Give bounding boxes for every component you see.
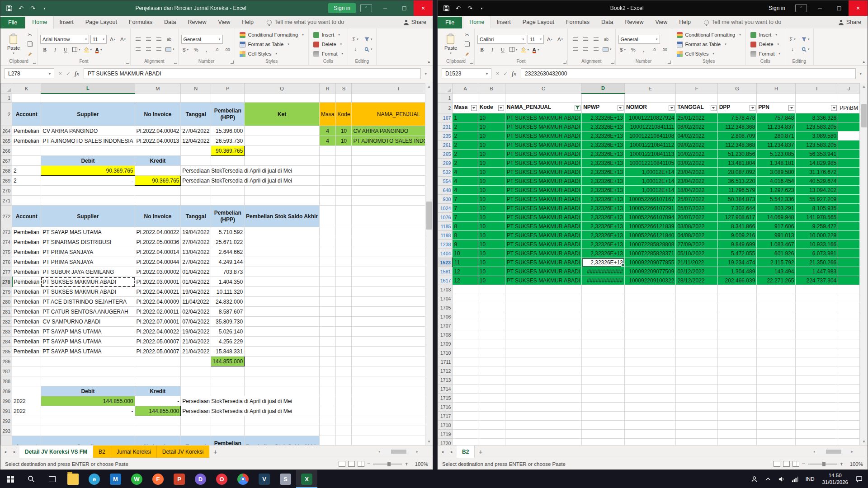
- cell-N291[interactable]: Persediaan StokTersedia di April di jual…: [181, 406, 320, 416]
- cell-F1720[interactable]: [676, 439, 717, 446]
- ribbon-tab-view[interactable]: View: [649, 16, 673, 28]
- cell-I1404[interactable]: 6.073.981: [796, 249, 838, 258]
- cell-P264[interactable]: 15.396.000: [211, 126, 245, 136]
- sheet-tab-detail-jv-koreksi[interactable]: Detail JV Koreksi: [157, 446, 209, 458]
- center-button[interactable]: [144, 45, 153, 54]
- row-header-1710[interactable]: 1710: [438, 348, 453, 357]
- row-header-270[interactable]: 270: [1, 186, 12, 196]
- cell-P283[interactable]: 5.026.140: [211, 327, 245, 337]
- column-header-M[interactable]: M: [135, 84, 181, 94]
- cell-P284[interactable]: 4.256.229: [211, 337, 245, 347]
- cell-A167[interactable]: 1: [453, 113, 478, 122]
- cell-I930[interactable]: 55.927.209: [796, 195, 838, 204]
- cell-T293[interactable]: [352, 426, 425, 436]
- cell-J269[interactable]: [838, 159, 860, 168]
- cell-T276[interactable]: [352, 257, 425, 267]
- cell-M271[interactable]: [135, 196, 181, 206]
- cell-G269[interactable]: 13.481.804: [717, 159, 757, 168]
- cell-P288[interactable]: [211, 376, 245, 386]
- cell-S272[interactable]: [336, 206, 352, 227]
- cell-T277[interactable]: [352, 267, 425, 277]
- cell-B1712[interactable]: [478, 366, 505, 375]
- cell-C261[interactable]: PT SUKSES MAKMUR ABADI: [505, 141, 582, 150]
- cell-K267[interactable]: [12, 156, 41, 166]
- cell-M277[interactable]: PI.2022.03.00002: [135, 267, 181, 277]
- cell-K291[interactable]: 2022: [12, 406, 41, 416]
- cell-H2[interactable]: PPN: [757, 103, 796, 113]
- cell-D1709[interactable]: [582, 339, 625, 348]
- top-align-button[interactable]: [571, 35, 580, 44]
- insert-cells-button[interactable]: Insert▾: [749, 30, 779, 39]
- row-header-272[interactable]: 272: [1, 206, 12, 227]
- cell-P292[interactable]: [211, 416, 245, 426]
- bold-button[interactable]: B: [40, 45, 49, 54]
- cell-G1715[interactable]: [717, 394, 757, 403]
- cell-H1714[interactable]: [757, 385, 796, 394]
- cell-C231[interactable]: PT SUKSES MAKMUR ABADI: [505, 122, 582, 131]
- cell-L266[interactable]: [41, 146, 135, 156]
- sheet-nav-left-icon[interactable]: ◂: [438, 446, 447, 458]
- undo-icon[interactable]: ↶: [18, 5, 24, 12]
- row-header-265[interactable]: 265: [1, 136, 12, 146]
- cell-I265[interactable]: 56.353.941: [796, 150, 838, 159]
- cell-N269[interactable]: Persediaan StokTersedia di April di jual…: [181, 176, 320, 186]
- cell-N268[interactable]: Persediaan StokTersedia di April di jual…: [181, 166, 320, 176]
- format-painter-button[interactable]: [462, 50, 472, 58]
- close-button[interactable]: ×: [414, 0, 433, 16]
- cell-J1185[interactable]: [838, 222, 860, 231]
- cell-C235[interactable]: PT SUKSES MAKMUR ABADI: [505, 131, 582, 141]
- ribbon-tab-insert[interactable]: Insert: [491, 16, 517, 28]
- cell-J554[interactable]: [838, 177, 860, 186]
- cell-K293[interactable]: [12, 426, 41, 436]
- cell-E1714[interactable]: [624, 385, 675, 394]
- cell-L275[interactable]: PT PRIMA SANJAYA: [41, 247, 135, 257]
- cell-A1076[interactable]: 7: [453, 213, 478, 222]
- cell-I231[interactable]: 123.583.205: [796, 122, 838, 131]
- cell-S279[interactable]: [336, 287, 352, 297]
- zoom-in-button[interactable]: +: [840, 460, 843, 467]
- cell-B1713[interactable]: [478, 375, 505, 385]
- name-box-dropdown-icon[interactable]: ▾: [49, 72, 51, 76]
- cell-D1719[interactable]: [582, 430, 625, 439]
- cell-D1404[interactable]: 2,32326E+13: [582, 249, 625, 258]
- cell-Q285[interactable]: [245, 347, 320, 357]
- cell-A1707[interactable]: [453, 321, 478, 330]
- align-right-button[interactable]: [591, 45, 600, 54]
- cell-K275[interactable]: Pembelian: [12, 247, 41, 257]
- cell-H1024[interactable]: 803.291: [757, 204, 796, 213]
- cell-D261[interactable]: 2,32326E+13: [582, 141, 625, 150]
- cell-L272[interactable]: Supplier: [41, 206, 135, 227]
- cell-L291[interactable]: -: [41, 406, 135, 416]
- column-header-K[interactable]: K: [12, 84, 41, 94]
- cell-H1[interactable]: [757, 94, 796, 103]
- cell-C1024[interactable]: PT SUKSES MAKMUR ABADI: [505, 204, 582, 213]
- page-layout-view-button[interactable]: [348, 461, 355, 467]
- cell-J1715[interactable]: [838, 394, 860, 403]
- row-header-269[interactable]: 269: [438, 159, 453, 168]
- cell-F554[interactable]: 23/04/2022: [676, 177, 717, 186]
- cell-E1706[interactable]: [624, 312, 675, 321]
- row-header-1714[interactable]: 1714: [438, 385, 453, 394]
- row-header-1024[interactable]: 1024: [438, 204, 453, 213]
- row-header-261[interactable]: 261: [438, 141, 453, 150]
- cell-N278[interactable]: 01/04/2022: [181, 277, 211, 287]
- scroll-down-icon[interactable]: ▼: [427, 438, 431, 445]
- cell-N275[interactable]: 13/04/2022: [181, 247, 211, 257]
- cell-K285[interactable]: Pembelian: [12, 347, 41, 357]
- sheet-nav-right-icon[interactable]: ▸: [447, 446, 457, 458]
- row-header-292[interactable]: 292: [1, 416, 12, 426]
- cell-S278[interactable]: [336, 277, 352, 287]
- row-header-1523[interactable]: 1523: [438, 258, 453, 267]
- ribbon-tab-data[interactable]: Data: [595, 16, 619, 28]
- cell-K271[interactable]: [12, 196, 41, 206]
- cell-C1717[interactable]: [505, 412, 582, 421]
- cell-H269[interactable]: 1.348.181: [757, 159, 796, 168]
- cell-N294[interactable]: Tanggal: [181, 436, 211, 446]
- cell-G1704[interactable]: [717, 294, 757, 303]
- cell-P293[interactable]: [211, 426, 245, 436]
- cell-I269[interactable]: 14.829.985: [796, 159, 838, 168]
- cell-F1[interactable]: [676, 94, 717, 103]
- cell-J1704[interactable]: [838, 294, 860, 303]
- cell-D648[interactable]: 2,32326E+13: [582, 186, 625, 195]
- cell-J1076[interactable]: [838, 213, 860, 222]
